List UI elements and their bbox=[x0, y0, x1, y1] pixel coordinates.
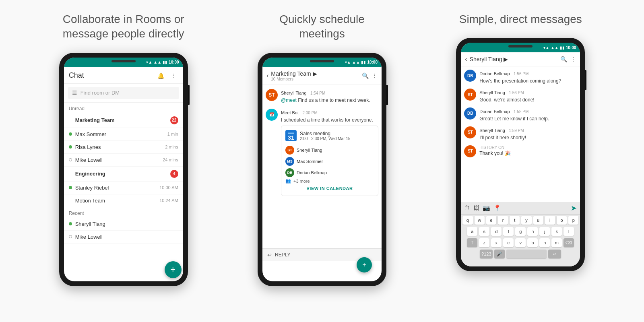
avatar-sheryll-dm-1: ST bbox=[464, 89, 476, 101]
sender-dorian-2: Dorian Belknap bbox=[479, 109, 510, 114]
key-y[interactable]: y bbox=[521, 216, 531, 225]
msg-dorian-1: DB Dorian Belknap 1:56 PM How's the pres… bbox=[464, 70, 577, 85]
key-h[interactable]: h bbox=[527, 227, 538, 236]
attendee-avatar-sheryll: ST bbox=[285, 146, 294, 155]
chat-header: Chat 🔔 ⋮ bbox=[64, 67, 183, 84]
text-sheryll-1: @meet Find us a time to meet next week. bbox=[281, 97, 378, 104]
back-arrow-3[interactable]: ‹ bbox=[465, 56, 467, 63]
keyboard-area: q w e r t y u i o p a s d bbox=[461, 214, 580, 266]
menu-icon[interactable]: ⋮ bbox=[169, 71, 178, 80]
chat-item-marketing[interactable]: Marketing Team 22 bbox=[64, 113, 183, 128]
chat-messages-2: ST Sheryll Tiang 1:54 PM @meet Find us a… bbox=[262, 85, 382, 248]
status-bar-2: ▾▲ ▲▲ ▮▮ 10:00 bbox=[262, 58, 382, 67]
meeting-info: Sales meeting 2:00 - 2:30 PM, Wed Mar 15 bbox=[300, 131, 350, 141]
reply-text: REPLY bbox=[275, 252, 290, 258]
send-icon[interactable]: ➤ bbox=[571, 204, 577, 213]
history-label: HISTORY ON bbox=[479, 145, 511, 150]
key-j[interactable]: j bbox=[539, 227, 550, 236]
dot-stanley bbox=[69, 186, 72, 189]
room-header-left: ‹ Marketing Team ▶ 10 Members bbox=[266, 70, 317, 81]
page-wrapper: Collaborate in Rooms ormessage people di… bbox=[0, 0, 644, 322]
msg-dorian-2: DB Dorian Belknap 1:58 PM Great! Let me … bbox=[464, 107, 577, 122]
time-max: 1 min bbox=[167, 132, 178, 136]
calendar-icon: ▬▬ 31 bbox=[285, 130, 297, 141]
view-calendar-btn[interactable]: VIEW IN CALENDAR bbox=[285, 184, 374, 192]
chat-item-max[interactable]: Max Sommer 1 min bbox=[64, 128, 183, 141]
room-info: Marketing Team ▶ 10 Members bbox=[271, 70, 317, 81]
meeting-title: Sales meeting bbox=[300, 131, 350, 136]
key-t[interactable]: t bbox=[510, 216, 520, 225]
status-icons-3: ▾▲ ▲▲ ▮▮ 10:00 bbox=[543, 45, 576, 50]
key-x[interactable]: x bbox=[491, 238, 502, 247]
chat-name-mike: Mike Lowell bbox=[75, 157, 163, 163]
key-d[interactable]: d bbox=[491, 227, 502, 236]
chat-title: Chat bbox=[69, 71, 84, 80]
input-icons: ⏱ 🖼 📷 📍 bbox=[464, 204, 501, 212]
key-u[interactable]: u bbox=[533, 216, 543, 225]
camera-icon[interactable]: 📷 bbox=[483, 204, 490, 212]
key-s[interactable]: s bbox=[479, 227, 489, 236]
key-n[interactable]: n bbox=[539, 238, 550, 247]
chat-item-mike[interactable]: Mike Lowell 24 mins bbox=[64, 154, 183, 167]
key-z[interactable]: z bbox=[479, 238, 489, 247]
menu-icon-3[interactable]: ⋮ bbox=[570, 56, 576, 62]
menu-icon-2[interactable]: ⋮ bbox=[372, 72, 378, 79]
key-c[interactable]: c bbox=[503, 238, 514, 247]
search-bar[interactable]: ☰ Find room or DM bbox=[68, 87, 179, 99]
search-icon-3[interactable]: 🔍 bbox=[560, 56, 567, 62]
chat-item-stanley[interactable]: Stanley Riebel 10:00 AM bbox=[64, 182, 183, 194]
fab-compose[interactable]: + bbox=[165, 261, 182, 278]
key-123[interactable]: ?123 bbox=[480, 250, 493, 258]
fab-add-message[interactable]: + bbox=[357, 257, 372, 272]
status-time-3: 10:00 bbox=[566, 45, 576, 50]
key-space[interactable] bbox=[506, 250, 547, 258]
key-e[interactable]: e bbox=[486, 216, 496, 225]
chat-item-mike2[interactable]: Mike Lowell bbox=[64, 231, 183, 244]
key-k[interactable]: k bbox=[551, 227, 562, 236]
key-enter[interactable]: ↵ bbox=[548, 250, 561, 258]
timer-icon[interactable]: ⏱ bbox=[464, 204, 470, 212]
key-o[interactable]: o bbox=[557, 216, 567, 225]
key-shift[interactable]: ⇧ bbox=[467, 238, 477, 247]
location-icon[interactable]: 📍 bbox=[493, 204, 501, 212]
key-p[interactable]: p bbox=[568, 216, 578, 225]
chat-item-engineering[interactable]: Engineering 4 bbox=[64, 167, 183, 182]
key-l[interactable]: l bbox=[564, 227, 574, 236]
key-delete[interactable]: ⌫ bbox=[564, 238, 574, 247]
chat-item-sheryll[interactable]: Sheryll Tiang bbox=[64, 218, 183, 231]
wifi-icon-3: ▾▲ bbox=[543, 45, 549, 50]
image-icon[interactable]: 🖼 bbox=[473, 204, 479, 212]
meet-highlight: @meet bbox=[281, 97, 297, 103]
chat-name-stanley: Stanley Riebel bbox=[75, 185, 160, 191]
notification-icon[interactable]: 🔔 bbox=[157, 71, 165, 80]
key-v[interactable]: v bbox=[515, 238, 526, 247]
status-time-1: 10:00 bbox=[169, 60, 179, 64]
key-q[interactable]: q bbox=[462, 216, 473, 225]
key-m[interactable]: m bbox=[551, 238, 562, 247]
avatar-meetbot: 📅 bbox=[266, 109, 278, 121]
key-mic[interactable]: 🎤 bbox=[494, 250, 505, 258]
room-header-right: 🔍 ⋮ bbox=[362, 72, 378, 79]
phone-3: ▾▲ ▲▲ ▮▮ 10:00 ‹ Sheryll Tiang ▶ 🔍 ⋮ bbox=[456, 38, 585, 271]
chat-item-risa[interactable]: Risa Lynes 2 mins bbox=[64, 141, 183, 154]
status-bar-3: ▾▲ ▲▲ ▮▮ 10:00 bbox=[461, 43, 580, 52]
key-w[interactable]: w bbox=[475, 216, 485, 225]
avatar-history: ST bbox=[464, 145, 476, 157]
chat-name-mike2: Mike Lowell bbox=[75, 234, 178, 240]
wifi-icon-2: ▾▲ bbox=[345, 60, 351, 64]
time-risa: 2 mins bbox=[165, 144, 178, 149]
chat-header-icons: 🔔 ⋮ bbox=[157, 71, 178, 80]
key-g[interactable]: g bbox=[515, 227, 526, 236]
key-r[interactable]: r bbox=[498, 216, 508, 225]
section-1: Collaborate in Rooms ormessage people di… bbox=[27, 12, 220, 286]
back-arrow[interactable]: ‹ bbox=[266, 72, 268, 79]
key-b[interactable]: b bbox=[527, 238, 538, 247]
chat-item-motion[interactable]: Motion Team 10:24 AM bbox=[64, 194, 183, 207]
key-a[interactable]: a bbox=[467, 227, 477, 236]
filter-icon: ☰ bbox=[72, 90, 77, 96]
badge-marketing: 22 bbox=[170, 116, 178, 124]
search-icon-2[interactable]: 🔍 bbox=[362, 72, 369, 79]
key-i[interactable]: i bbox=[545, 216, 555, 225]
key-f[interactable]: f bbox=[503, 227, 514, 236]
phone-2-screen: ▾▲ ▲▲ ▮▮ 10:00 ‹ Marketing Team ▶ 10 Mem… bbox=[262, 58, 382, 281]
